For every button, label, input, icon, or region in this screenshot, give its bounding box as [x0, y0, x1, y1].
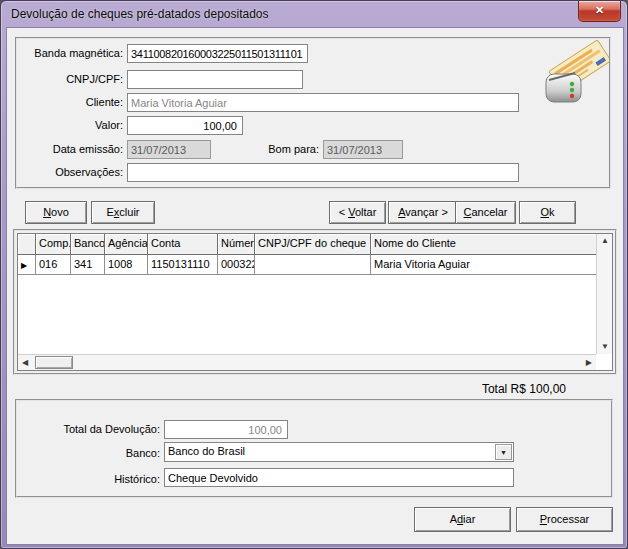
bom-para-input	[323, 140, 403, 159]
data-emissao-label: Data emissão:	[15, 143, 123, 155]
historico-label: Histórico:	[15, 473, 160, 485]
observacoes-input[interactable]	[127, 163, 519, 182]
grid-header-numero: Número	[218, 234, 255, 255]
observacoes-label: Observações:	[15, 166, 123, 178]
dialog-window: Devolução de cheques pré-datados deposit…	[0, 0, 628, 549]
window-title: Devolução de cheques pré-datados deposit…	[11, 7, 269, 21]
banda-magnetica-input[interactable]	[127, 44, 308, 63]
cell-comp[interactable]: 016	[36, 255, 71, 275]
cell-conta[interactable]: 1150131110	[148, 255, 218, 275]
avancar-button[interactable]: Avançar >	[388, 201, 458, 224]
cell-nome[interactable]: Maria Vitoria Aguiar	[371, 255, 596, 275]
grid-header-conta: Conta	[148, 234, 218, 255]
cell-agencia[interactable]: 1008	[105, 255, 148, 275]
valor-label: Valor:	[15, 119, 123, 131]
check-reader-icon	[545, 40, 609, 108]
grid-header-indicator	[18, 234, 36, 255]
scroll-up-icon[interactable]: ▲	[601, 237, 609, 245]
scroll-right-icon[interactable]: ▶	[586, 359, 592, 367]
scrollbar-thumb[interactable]	[35, 356, 73, 369]
historico-input[interactable]	[164, 468, 514, 487]
valor-input[interactable]	[127, 116, 243, 135]
banco-label: Banco:	[15, 447, 160, 459]
cell-cnpj[interactable]	[255, 255, 371, 275]
scroll-left-icon[interactable]: ◀	[22, 359, 28, 367]
scroll-down-icon[interactable]: ▼	[601, 343, 609, 351]
close-button[interactable]: ✕	[578, 1, 621, 22]
cnpj-cpf-label: CNPJ/CPF:	[15, 73, 123, 85]
banco-combobox[interactable]: Banco do Brasil ▼	[164, 442, 514, 462]
voltar-button[interactable]: < Voltar	[329, 201, 386, 224]
novo-button[interactable]: Novo	[25, 201, 87, 224]
cnpj-cpf-input[interactable]	[127, 70, 303, 89]
processar-button[interactable]: Processar	[516, 507, 613, 532]
banco-selected-value: Banco do Brasil	[168, 445, 245, 457]
close-icon: ✕	[595, 4, 604, 16]
grid-vertical-scrollbar[interactable]: ▲ ▼	[596, 234, 612, 354]
grid-header-row: Comp. Banco Agência Conta Número CNPJ/CP…	[18, 234, 596, 255]
grid-header-comp: Comp.	[36, 234, 71, 255]
grid-header-banco: Banco	[71, 234, 105, 255]
grid-header-nome: Nome do Cliente	[371, 234, 596, 255]
data-emissao-input	[127, 140, 211, 159]
grid-horizontal-scrollbar[interactable]: ◀ ▶	[18, 354, 596, 370]
cheques-grid-panel: Comp. Banco Agência Conta Número CNPJ/CP…	[13, 229, 617, 375]
grid-total-label: Total R$ 100,00	[482, 382, 566, 396]
cell-numero[interactable]: 000322	[218, 255, 255, 275]
ok-button[interactable]: Ok	[519, 201, 576, 224]
adiar-button[interactable]: Adiar	[414, 507, 511, 532]
banco-dropdown-button[interactable]: ▼	[495, 444, 512, 460]
total-devolucao-input	[164, 420, 288, 439]
table-row[interactable]: ▶ 016 341 1008 1150131110 000322 Maria V…	[18, 255, 596, 275]
bom-para-label: Bom para:	[247, 143, 319, 155]
grid-header-agencia: Agência	[105, 234, 148, 255]
cell-banco[interactable]: 341	[71, 255, 105, 275]
grid-header-cnpj: CNPJ/CPF do cheque	[255, 234, 371, 255]
title-bar[interactable]: Devolução de cheques pré-datados deposit…	[1, 1, 627, 28]
dialog-client-area: Banda magnética: CNPJ/CPF: Cliente: Valo…	[7, 28, 623, 544]
cliente-input	[127, 93, 519, 112]
chevron-down-icon: ▼	[500, 449, 507, 456]
row-indicator-icon: ▶	[21, 261, 27, 270]
banda-magnetica-label: Banda magnética:	[15, 47, 123, 59]
cliente-label: Cliente:	[15, 96, 123, 108]
row-indicator-cell: ▶	[18, 255, 36, 275]
excluir-button[interactable]: Excluir	[91, 201, 155, 224]
cancelar-button[interactable]: Cancelar	[455, 201, 516, 224]
cheques-grid: Comp. Banco Agência Conta Número CNPJ/CP…	[17, 233, 613, 371]
total-devolucao-label: Total da Devolução:	[15, 423, 160, 435]
